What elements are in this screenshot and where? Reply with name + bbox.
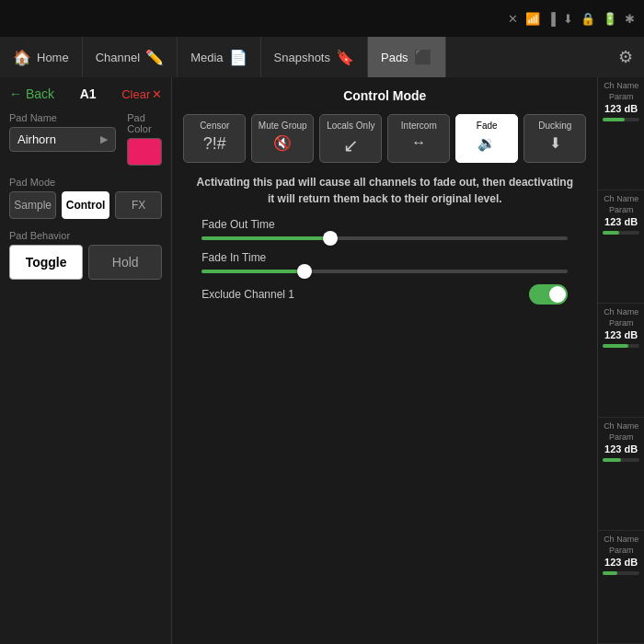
intercom-icon: ↔	[411, 134, 426, 151]
mute-icon: 🔇	[273, 134, 292, 152]
ch-3-value: 123 dB	[604, 329, 638, 340]
mode-intercom-tile[interactable]: Intercom ↔	[387, 114, 450, 163]
lock-icon: 🔒	[581, 12, 595, 26]
center-panel: Control Mode Censor ?!# Mute Group 🔇 Loc…	[172, 77, 597, 644]
pad-color-picker[interactable]	[127, 138, 162, 166]
ch-3-meter-fill	[603, 344, 628, 348]
top-bar: ✕ 📶 ▐ ⬇ 🔒 🔋 ✱	[0, 0, 644, 37]
back-label: Back	[26, 86, 54, 101]
locals-only-label: Locals Only	[327, 121, 374, 131]
ch-1-value: 123 dB	[604, 103, 638, 114]
battery-icon: 🔋	[603, 12, 617, 26]
pad-name-color-group: Pad Name Airhorn ▶ Pad Color	[9, 112, 162, 166]
ch-1-meter-fill	[603, 118, 625, 121]
bluetooth-icon: ✱	[625, 12, 635, 26]
ch-4-value: 123 dB	[604, 443, 638, 454]
censor-label: Censor	[200, 121, 229, 131]
mode-mute-group-tile[interactable]: Mute Group 🔇	[251, 114, 314, 163]
intercom-label: Intercom	[401, 121, 437, 131]
ch-4-param: Param	[609, 432, 634, 442]
wifi-icon: 📶	[525, 12, 540, 26]
ch-strip-1: Ch Name Param 123 dB	[598, 77, 644, 190]
clear-button[interactable]: Clear ✕	[121, 87, 162, 101]
nav-snapshots[interactable]: Snapshots 🔖	[261, 37, 368, 77]
fade-out-track[interactable]	[201, 236, 568, 240]
ch-5-meter-fill	[603, 571, 617, 575]
pad-name-input[interactable]: Airhorn ▶	[9, 127, 116, 152]
ch-strip-4: Ch Name Param 123 dB	[598, 418, 644, 531]
fade-label: Fade	[477, 121, 498, 131]
toggle-knob	[549, 286, 566, 303]
nav-pads[interactable]: Pads ⬛	[368, 37, 446, 77]
mode-fx-button[interactable]: FX	[115, 191, 162, 219]
fade-out-thumb[interactable]	[323, 231, 338, 246]
settings-icon: ⚙	[618, 47, 633, 67]
mode-censor-tile[interactable]: Censor ?!#	[183, 114, 246, 163]
mode-ducking-tile[interactable]: Ducking ⬇	[523, 114, 586, 163]
ch-3-meter	[603, 344, 639, 348]
mode-sample-button[interactable]: Sample	[9, 191, 56, 219]
nav-bar: 🏠 Home Channel ✏️ Media 📄 Snapshots 🔖 Pa…	[0, 37, 644, 77]
nav-settings[interactable]: ⚙	[607, 37, 644, 77]
ch-2-meter	[603, 231, 639, 235]
pad-color-label: Pad Color	[127, 112, 162, 134]
behavior-buttons: Toggle Hold	[9, 245, 162, 280]
ch-5-name: Ch Name	[604, 535, 638, 544]
pad-mode-buttons: Sample Control FX	[9, 191, 162, 219]
pad-name-value: Airhorn	[17, 132, 56, 146]
fade-in-fill	[201, 270, 304, 273]
fade-in-row: Fade In Time	[201, 251, 568, 273]
toggle-row: Exclude Channel 1	[183, 284, 586, 305]
behavior-hold-button[interactable]: Hold	[88, 245, 162, 280]
ch-strip-5: Ch Name Param 123 dB	[598, 531, 644, 644]
ch-3-name: Ch Name	[604, 307, 638, 316]
fade-out-fill	[201, 236, 329, 240]
nav-channel[interactable]: Channel ✏️	[83, 37, 178, 77]
exclude-label: Exclude Channel 1	[201, 288, 294, 301]
ch-strip-3: Ch Name Param 123 dB	[598, 304, 644, 417]
clear-label: Clear	[121, 87, 150, 101]
nav-media[interactable]: Media 📄	[178, 37, 260, 77]
fade-out-row: Fade Out Time	[201, 218, 568, 240]
fade-in-thumb[interactable]	[297, 264, 312, 279]
ch-5-param: Param	[609, 546, 634, 555]
ch-4-meter	[603, 458, 639, 462]
ch-2-value: 123 dB	[604, 216, 638, 227]
control-mode-grid: Censor ?!# Mute Group 🔇 Locals Only ↙ In…	[183, 114, 586, 163]
nav-home-label: Home	[37, 51, 69, 64]
ch-3-param: Param	[609, 318, 634, 328]
pad-behavior-label: Pad Behavior	[9, 230, 162, 241]
slider-section: Fade Out Time Fade In Time	[183, 218, 586, 273]
fade-in-track[interactable]	[201, 270, 568, 273]
pad-mode-label: Pad Mode	[9, 177, 162, 188]
ch-2-param: Param	[609, 205, 634, 214]
mode-locals-only-tile[interactable]: Locals Only ↙	[319, 114, 382, 163]
behavior-toggle-button[interactable]: Toggle	[9, 245, 83, 280]
mode-fade-tile[interactable]: Fade 🔉	[455, 114, 518, 163]
pad-color-col: Pad Color	[127, 112, 162, 166]
mode-control-button[interactable]: Control	[62, 191, 109, 219]
media-icon: 📄	[229, 49, 247, 66]
nav-media-label: Media	[190, 51, 223, 64]
back-arrow-icon: ←	[9, 86, 22, 101]
ch-strip-2: Ch Name Param 123 dB	[598, 190, 644, 304]
edit-icon: ✏️	[145, 49, 164, 66]
ch-5-meter	[603, 571, 639, 575]
download-icon: ⬇	[563, 12, 573, 26]
fade-out-label: Fade Out Time	[201, 218, 568, 231]
censor-icon: ?!#	[203, 134, 226, 154]
main-content: ← Back A1 Clear ✕ Pad Name Airhorn ▶ Pad…	[0, 77, 644, 644]
back-button[interactable]: ← Back	[9, 86, 54, 101]
pad-name-label: Pad Name	[9, 112, 116, 123]
nav-snapshots-label: Snapshots	[274, 51, 330, 64]
ch-1-param: Param	[609, 92, 634, 101]
mute-group-label: Mute Group	[259, 121, 307, 131]
exclude-toggle[interactable]	[529, 284, 568, 305]
nav-home[interactable]: 🏠 Home	[0, 37, 83, 77]
fade-icon: 🔉	[477, 134, 496, 152]
ch-2-name: Ch Name	[604, 194, 638, 203]
ch-2-meter-fill	[603, 231, 619, 235]
nav-channel-label: Channel	[96, 51, 140, 64]
pad-name-col: Pad Name Airhorn ▶	[9, 112, 116, 166]
ch-4-name: Ch Name	[604, 421, 638, 431]
